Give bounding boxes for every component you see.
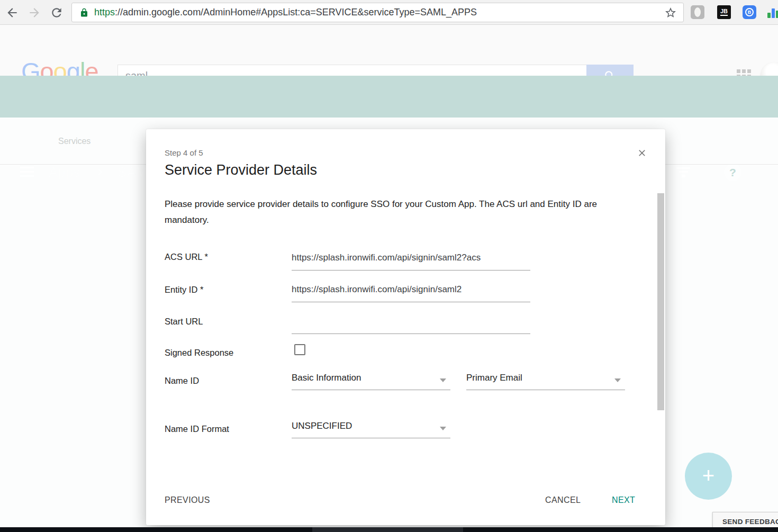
signed-response-label: Signed Response <box>165 348 233 358</box>
help-icon[interactable]: ? <box>724 164 741 181</box>
lock-icon <box>79 8 89 17</box>
jetbrains-extension-icon[interactable]: JB <box>717 5 731 19</box>
service-provider-dialog: Step 4 of 5 Service Provider Details Ple… <box>146 129 665 525</box>
close-icon[interactable] <box>637 148 647 158</box>
address-bar[interactable]: https://admin.google.com/AdminHome#AppsL… <box>71 3 684 22</box>
step-indicator: Step 4 of 5 <box>165 148 203 157</box>
start-url-input[interactable] <box>292 314 530 334</box>
screen: https://admin.google.com/AdminHome#AppsL… <box>0 0 778 532</box>
refresh-icon[interactable] <box>50 6 64 20</box>
dialog-description: Please provide service provider details … <box>165 196 626 228</box>
name-id-format-select[interactable]: UNSPECIFIED <box>292 420 450 438</box>
app-bar: Apps SAML Apps ? <box>0 76 778 118</box>
acs-url-label: ACS URL * <box>165 252 208 262</box>
cancel-button[interactable]: CANCEL <box>545 495 581 505</box>
filter-icon[interactable] <box>676 167 690 179</box>
forward-icon[interactable] <box>28 6 41 20</box>
chevron-down-icon <box>440 378 446 382</box>
start-url-label: Start URL <box>165 317 203 327</box>
add-button[interactable]: + <box>685 453 732 500</box>
signed-response-checkbox[interactable] <box>294 344 305 355</box>
dialog-scrollbar[interactable] <box>657 193 664 410</box>
chevron-right-icon <box>94 166 106 178</box>
name-id-format-label: Name ID Format <box>165 424 229 434</box>
name-id-field-select[interactable]: Primary Email <box>466 372 625 390</box>
google-header: Google <box>0 25 778 76</box>
chart-extension-icon[interactable] <box>767 5 778 19</box>
entity-id-label: Entity ID * <box>165 285 203 295</box>
chevron-down-icon <box>614 378 621 382</box>
previous-button[interactable]: PREVIOUS <box>165 495 210 505</box>
bookmark-star-icon[interactable] <box>664 6 677 19</box>
url-text: https://admin.google.com/AdminHome#AppsL… <box>94 7 477 18</box>
back-icon[interactable] <box>5 6 19 20</box>
entity-id-input[interactable]: https://splash.ironwifi.com/api/signin/s… <box>292 283 530 302</box>
menu-icon[interactable] <box>20 167 34 179</box>
extension-icon[interactable] <box>691 5 704 19</box>
tab-services[interactable]: Services <box>58 137 91 146</box>
next-button[interactable]: NEXT <box>612 495 635 505</box>
extension-b-icon[interactable]: B <box>743 5 756 19</box>
chevron-down-icon <box>440 427 446 430</box>
dialog-title: Service Provider Details <box>165 162 317 178</box>
taskbar <box>0 527 778 532</box>
name-id-label: Name ID <box>165 376 199 386</box>
browser-toolbar: https://admin.google.com/AdminHome#AppsL… <box>0 0 778 25</box>
breadcrumb-apps[interactable]: Apps <box>49 164 80 181</box>
acs-url-input[interactable]: https://splash.ironwifi.com/api/signin/s… <box>292 251 530 270</box>
name-id-category-select[interactable]: Basic Information <box>292 372 450 390</box>
